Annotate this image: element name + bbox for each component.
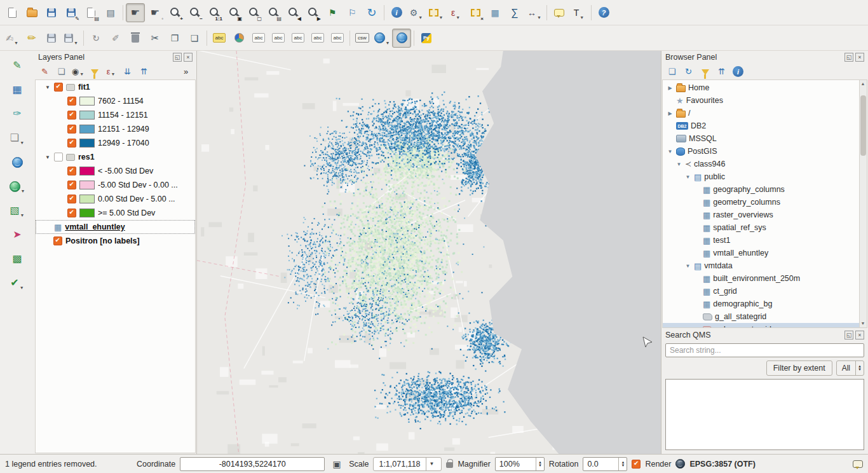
globe-layers-tool-dropdown-icon[interactable]: ▼ <box>21 189 25 195</box>
show-bookmarks-button[interactable]: ⚐ <box>342 3 362 22</box>
validate-tool-button[interactable]: ✔▼ <box>8 273 27 292</box>
measure-button[interactable]: ↔▼ <box>525 3 544 22</box>
scroll-up-icon[interactable]: ▲ <box>859 80 867 88</box>
zoom-to-layer-button[interactable]: ▤ <box>264 3 283 22</box>
select-by-expression-button[interactable]: ε▼ <box>446 3 465 22</box>
layer-diagrams-button[interactable] <box>229 29 248 48</box>
browser-item-vmtall-ehuntley[interactable]: ▦vmtall_ehuntley <box>663 247 867 259</box>
browser-item-built-environment-250m[interactable]: ▦built_environment_250m <box>663 272 867 285</box>
filter-legend-button[interactable] <box>86 64 102 79</box>
zoom-full-button[interactable]: ▣ <box>224 3 243 22</box>
cut-features-button[interactable]: ✂ <box>146 29 165 48</box>
layer-checkbox[interactable] <box>54 83 63 92</box>
validate-tool-dropdown-icon[interactable]: ▼ <box>20 285 24 292</box>
layer-visibility-dropdown-icon[interactable]: ▼ <box>79 72 84 78</box>
browser-item-vmtdata[interactable]: ▼▤vmtdata <box>663 259 867 272</box>
spinner-arrows-icon[interactable]: ▲▼ <box>536 458 544 470</box>
deselect-features-button[interactable]: × <box>466 3 485 22</box>
rotation-spinner[interactable]: 0.0 ▲▼ <box>583 457 627 471</box>
metasearch-csw-button[interactable]: csw <box>353 29 372 48</box>
close-panel-button[interactable]: × <box>855 53 864 62</box>
service-type-combobox[interactable]: All ▲▼ <box>836 360 864 376</box>
browser-item-spatial-ref-sys[interactable]: ▦spatial_ref_sys <box>663 221 867 234</box>
map-view[interactable] <box>197 51 661 454</box>
style-brush-tool-button[interactable]: ✑ <box>8 104 27 123</box>
chevron-down-icon[interactable]: ▼ <box>426 458 438 470</box>
show-hide-labels-button[interactable]: abc <box>249 29 268 48</box>
browser-item-geometry-columns[interactable]: ▦geometry_columns <box>663 196 867 209</box>
scroll-down-icon[interactable]: ▼ <box>859 320 867 327</box>
toggle-extents-button[interactable]: ▣ <box>329 456 344 472</box>
browser-item-public[interactable]: ▼▤public <box>663 170 867 183</box>
lock-scale-icon[interactable] <box>446 462 453 468</box>
legend-checkbox[interactable] <box>67 195 76 203</box>
map-tips-button[interactable] <box>550 3 569 22</box>
layer-labeling-button[interactable]: abc <box>210 29 229 48</box>
layer-checkbox[interactable] <box>54 153 63 161</box>
zoom-to-selection-button[interactable]: ▢ <box>244 3 263 22</box>
legend-checkbox[interactable] <box>67 125 76 134</box>
legend-checkbox[interactable] <box>67 139 76 147</box>
coordinate-input[interactable] <box>180 457 325 471</box>
legend-checkbox[interactable] <box>67 97 76 106</box>
browser-item-raster-overviews[interactable]: ▦raster_overviews <box>663 209 867 221</box>
feature-actions-dropdown-icon[interactable]: ▼ <box>418 15 423 22</box>
save-project-button[interactable] <box>42 3 61 22</box>
expander-icon[interactable]: ▼ <box>675 161 682 167</box>
browser-item-g-bos-vmt-grid[interactable]: g_bos_vmt_grid <box>663 323 867 328</box>
close-panel-button[interactable]: × <box>855 331 864 339</box>
rotate-feature-button[interactable]: ↻ <box>86 29 105 48</box>
messages-bubble-icon[interactable] <box>853 460 863 468</box>
expander-icon[interactable]: ▼ <box>44 85 51 90</box>
layer-row[interactable]: ▼fit1 <box>36 80 195 94</box>
map-tiles-tool-dropdown-icon[interactable]: ▼ <box>20 213 25 219</box>
more-tools-button[interactable]: » <box>178 64 194 79</box>
browser-item-g-all-stategrid[interactable]: g_all_stategrid <box>663 310 867 323</box>
render-checkbox[interactable] <box>632 460 641 469</box>
web-globe-tool-button[interactable] <box>8 153 27 172</box>
help-button[interactable]: ? <box>594 3 613 22</box>
crs-status[interactable]: EPSG:3857 (OTF) <box>689 460 756 469</box>
add-group-button[interactable]: ❏ <box>53 64 69 79</box>
add-selected-layers-button[interactable]: ❏ <box>664 64 680 79</box>
feature-actions-button[interactable]: ⚙▼ <box>407 3 426 22</box>
layer-visibility-button[interactable]: ◉▼ <box>70 64 86 79</box>
browser-item-postgis[interactable]: ▼PostGIS <box>663 145 867 158</box>
legend-row[interactable]: 0.00 Std Dev - 5.00 ... <box>36 192 195 206</box>
open-layer-styling-button[interactable]: ✎ <box>37 64 53 79</box>
legend-row[interactable]: 11154 - 12151 <box>36 108 195 122</box>
collapse-all-button[interactable]: ⇈ <box>136 64 152 79</box>
map-canvas[interactable] <box>197 51 661 454</box>
zoom-native-button[interactable]: 1:1 <box>205 3 224 22</box>
float-panel-button[interactable]: ◱ <box>844 53 853 62</box>
properties-button[interactable]: i <box>730 64 746 79</box>
legend-row[interactable]: 12151 - 12949 <box>36 122 195 136</box>
legend-row[interactable]: -5.00 Std Dev - 0.00 ... <box>36 178 195 192</box>
legend-row[interactable]: 12949 - 17040 <box>36 136 195 150</box>
comment-tool-button[interactable]: ❏▼ <box>8 128 27 147</box>
spinner-arrows-icon[interactable]: ▲▼ <box>618 458 627 470</box>
map-tiles-tool-button[interactable]: ▧▼ <box>8 201 27 220</box>
delete-selected-button[interactable] <box>126 29 145 48</box>
select-by-expression-dropdown-icon[interactable]: ▼ <box>456 15 460 22</box>
browser-item-class946[interactable]: ▼≺class946 <box>663 158 867 170</box>
paste-features-button[interactable]: ❏ <box>185 29 204 48</box>
layer-row[interactable]: ▼res1 <box>36 150 195 164</box>
legend-checkbox[interactable] <box>67 167 76 175</box>
current-edits-button[interactable]: ✍▼ <box>3 29 22 48</box>
open-attribute-table-button[interactable]: ▦ <box>485 3 505 22</box>
current-edits-dropdown-icon[interactable]: ▼ <box>14 41 18 47</box>
open-project-button[interactable] <box>22 3 41 22</box>
browser-item-db2[interactable]: DB2DB2 <box>663 120 867 132</box>
text-annotation-button[interactable]: T▼ <box>569 3 588 22</box>
filter-by-expression-dropdown-icon[interactable]: ▼ <box>111 72 115 78</box>
highlight-labels-button[interactable]: abc <box>288 29 308 48</box>
toggle-editing-button[interactable]: ✏ <box>22 29 41 48</box>
select-features-button[interactable]: ▼ <box>426 3 445 22</box>
expander-icon[interactable]: ▼ <box>684 174 691 180</box>
expander-icon[interactable]: ▶ <box>667 111 674 116</box>
expander-icon[interactable]: ▶ <box>667 85 674 91</box>
select-features-dropdown-icon[interactable]: ▼ <box>439 15 444 22</box>
search-qms-button[interactable] <box>392 29 411 48</box>
browser-item-demographic-bg[interactable]: ▦demographic_bg <box>663 298 867 310</box>
